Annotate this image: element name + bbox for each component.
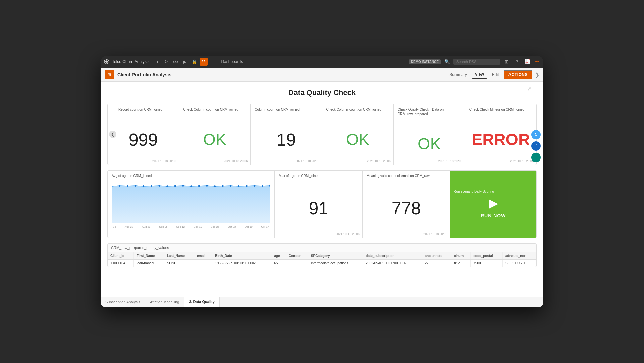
svg-point-18 bbox=[238, 185, 239, 187]
metric-label-1: Check Column count on CRM_joined bbox=[183, 107, 246, 112]
expand-icon[interactable]: ⤢ bbox=[527, 86, 531, 92]
max-age-card: Max of age on CRM_joined 91 2021-10-18 2… bbox=[275, 171, 363, 238]
tab-edit[interactable]: Edit bbox=[489, 71, 502, 78]
cell-code-postal: 75001 bbox=[471, 259, 503, 267]
metrics-row: ❮ Record count on CRM_joined 999 2021-10… bbox=[107, 104, 537, 165]
metric-value-2: 19 bbox=[277, 121, 296, 158]
cell-churn: true bbox=[451, 259, 471, 267]
user-icon[interactable]: ☷ bbox=[533, 58, 541, 65]
side-buttons: ↻ f ∞ bbox=[531, 130, 541, 162]
run-now-card[interactable]: Run scenario Daily Scoring ▶ RUN NOW bbox=[450, 171, 536, 238]
x-label-1: Aug 22 bbox=[125, 225, 133, 228]
email-count-label: Meaning valid count of email on CRM_raw bbox=[367, 174, 446, 178]
dashboard-title: Data Quality Check bbox=[107, 88, 537, 97]
area-chart-label: Avg of age on CRM_joined bbox=[112, 174, 270, 178]
bottom-tab-subscription[interactable]: Subscription Analysis bbox=[101, 297, 145, 307]
table-header-row: Client_Id First_Name Last_Name email Bir… bbox=[108, 252, 536, 260]
run-play-icon: ▶ bbox=[489, 196, 498, 210]
metric-value-1: OK bbox=[203, 121, 226, 158]
cell-email bbox=[194, 259, 212, 267]
side-btn-link[interactable]: ∞ bbox=[531, 153, 541, 162]
metric-value-3: OK bbox=[346, 121, 369, 158]
actions-button[interactable]: ACTIONS bbox=[504, 70, 533, 79]
lock-icon[interactable]: 🔒 bbox=[190, 58, 198, 66]
cell-age: 65 bbox=[271, 259, 286, 267]
code-icon[interactable]: </> bbox=[171, 58, 179, 66]
email-count-value: 778 bbox=[367, 198, 446, 218]
max-age-timestamp: 2021-10-18 20:06 bbox=[336, 232, 360, 236]
col-churn: churn bbox=[451, 252, 471, 260]
metric-label-5: Check Check Mineur on CRM_joined bbox=[469, 107, 532, 112]
page-title: Client Portfolio Analysis bbox=[117, 72, 171, 77]
toolbar-right: Summary View Edit ACTIONS ❯ bbox=[446, 70, 539, 79]
max-age-label: Max of age on CRM_joined bbox=[279, 174, 358, 178]
cell-first-name: jean-francoi bbox=[133, 259, 164, 267]
svg-point-5 bbox=[135, 185, 137, 187]
grid-icon[interactable]: ☷ bbox=[200, 58, 208, 66]
metric-label-4: Check Quality Check - Data on CRM_raw_pr… bbox=[398, 107, 461, 116]
side-btn-refresh[interactable]: ↻ bbox=[531, 130, 541, 139]
play-icon[interactable]: ▶ bbox=[181, 58, 189, 66]
prev-metric-icon[interactable]: ❮ bbox=[109, 131, 116, 138]
help-icon[interactable]: ? bbox=[513, 58, 521, 65]
dashboards-label: Dashboards bbox=[221, 59, 243, 64]
svg-point-17 bbox=[230, 185, 232, 187]
svg-point-14 bbox=[206, 185, 208, 187]
app-logo bbox=[103, 58, 110, 65]
charts-row: Avg of age on CRM_joined bbox=[107, 170, 537, 238]
metric-timestamp-3: 2021-10-18 20:06 bbox=[367, 159, 391, 163]
grid-apps-icon[interactable]: ⊞ bbox=[503, 58, 511, 65]
run-now-button[interactable]: RUN NOW bbox=[481, 213, 506, 218]
col-first-name: First_Name bbox=[133, 252, 164, 260]
nav-icon-group: ➜ ↻ </> ▶ 🔒 ☷ ⋯ bbox=[153, 58, 217, 66]
bottom-tab-dataquality[interactable]: 3. Data Quality bbox=[184, 297, 219, 307]
x-label-6: Sep 26 bbox=[211, 225, 219, 228]
demo-badge: DEMO INSTANCE bbox=[409, 59, 441, 64]
svg-point-8 bbox=[159, 185, 160, 187]
col-email: email bbox=[194, 252, 212, 260]
x-label-8: Oct 10 bbox=[245, 225, 253, 228]
cell-anciennete: 226 bbox=[422, 259, 451, 267]
col-spcategory: SPCategory bbox=[308, 252, 363, 260]
more-icon[interactable]: ⋯ bbox=[209, 58, 217, 66]
toolbar-chevron-icon[interactable]: ❯ bbox=[535, 72, 539, 78]
toolbar: ⊞ Client Portfolio Analysis Summary View… bbox=[101, 68, 543, 82]
chart-icon[interactable]: 📈 bbox=[523, 58, 531, 65]
run-now-title: Run scenario Daily Scoring bbox=[453, 190, 494, 193]
x-label-2: Aug 29 bbox=[142, 225, 150, 228]
metric-timestamp-0: 2021-10-18 20:06 bbox=[152, 159, 176, 163]
metric-label-3: Check Column count on CRM_joined bbox=[326, 107, 389, 112]
cell-client-id: 1 000 104 bbox=[108, 259, 133, 267]
tab-view[interactable]: View bbox=[472, 71, 487, 79]
svg-point-19 bbox=[246, 185, 248, 187]
metric-label-0: Record count on CRM_joined bbox=[118, 107, 175, 112]
toolbar-logo: ⊞ bbox=[105, 70, 114, 79]
refresh-icon[interactable]: ↻ bbox=[162, 58, 170, 66]
tab-summary[interactable]: Summary bbox=[446, 71, 470, 78]
cell-spcategory: Intermediate occupations bbox=[308, 259, 363, 267]
metric-label-2: Column count on CRM_joined bbox=[255, 107, 318, 112]
col-client-id: Client_Id bbox=[108, 252, 133, 260]
svg-point-15 bbox=[214, 185, 216, 187]
area-chart-card: Avg of age on CRM_joined bbox=[108, 171, 275, 238]
share-icon[interactable]: ➜ bbox=[153, 58, 161, 66]
side-btn-share[interactable]: f bbox=[531, 141, 541, 151]
cell-date-subscription: 2002-05-07T00:00:00.000Z bbox=[363, 259, 422, 267]
metric-card-0: ❮ Record count on CRM_joined 999 2021-10… bbox=[108, 104, 179, 165]
col-age: age bbox=[271, 252, 286, 260]
metric-value-0: 999 bbox=[129, 121, 158, 158]
table-section: CRM_raw_prepared_empty_values Client_Id … bbox=[107, 243, 537, 267]
svg-point-16 bbox=[222, 185, 224, 187]
x-label-4: Sep 12 bbox=[176, 225, 185, 228]
svg-point-13 bbox=[198, 185, 200, 187]
search-input[interactable] bbox=[453, 59, 500, 65]
table-body: 1 000 104 jean-francoi SONE 1955-03-27T0… bbox=[108, 259, 536, 267]
col-date-subscription: date_subscription bbox=[363, 252, 422, 260]
email-count-card: Meaning valid count of email on CRM_raw … bbox=[363, 171, 450, 238]
svg-point-10 bbox=[174, 185, 176, 187]
x-label-7: Oct 03 bbox=[228, 225, 236, 228]
top-nav: Telco Churn Analysis ➜ ↻ </> ▶ 🔒 ☷ ⋯ Das… bbox=[101, 56, 543, 68]
main-content: ⤢ Data Quality Check ❮ Record count on C… bbox=[101, 82, 543, 297]
nav-right: DEMO INSTANCE 🔍 ⊞ ? 📈 ☷ bbox=[409, 58, 541, 65]
bottom-tab-attrition[interactable]: Attrition Modelling bbox=[145, 297, 184, 307]
